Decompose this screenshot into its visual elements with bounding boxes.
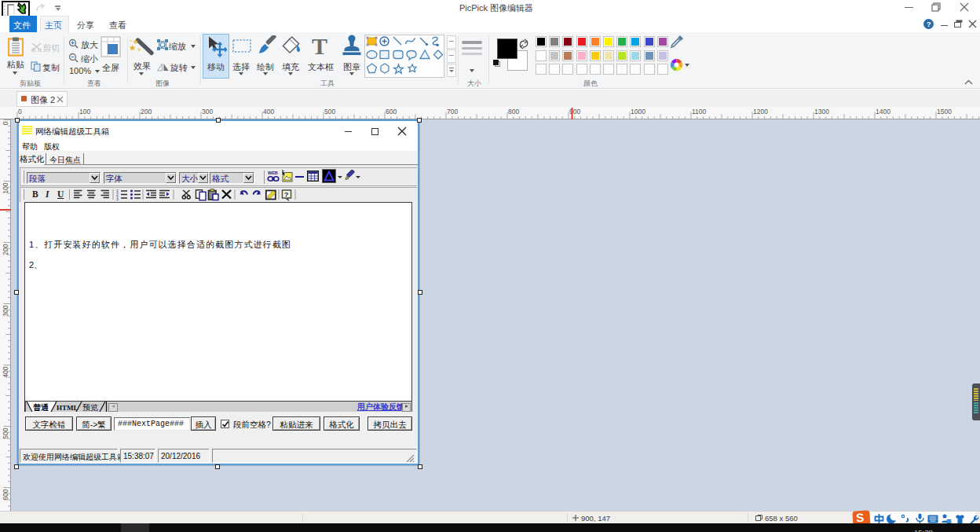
svg-text:300: 300 — [2, 305, 9, 316]
svg-text:100: 100 — [79, 108, 90, 116]
svg-text:1500: 1500 — [937, 108, 952, 116]
svg-text:600: 600 — [386, 108, 397, 116]
svg-text:WEB: WEB — [268, 171, 278, 175]
svg-text:0: 0 — [18, 108, 22, 116]
svg-text:1100: 1100 — [692, 108, 707, 116]
svg-text:300: 300 — [202, 108, 213, 116]
svg-text:500: 500 — [324, 108, 335, 116]
svg-text:3: 3 — [116, 196, 119, 201]
svg-text:200: 200 — [141, 108, 152, 116]
svg-text:1200: 1200 — [753, 108, 768, 116]
svg-text:900: 900 — [569, 108, 580, 116]
svg-text:700: 700 — [447, 108, 458, 116]
svg-text:1300: 1300 — [814, 108, 829, 116]
svg-text:400: 400 — [263, 108, 274, 116]
svg-text:400: 400 — [2, 366, 9, 377]
svg-text:100: 100 — [2, 182, 9, 193]
svg-text:?: ? — [284, 191, 289, 199]
svg-text:500: 500 — [2, 427, 9, 438]
svg-text:1400: 1400 — [876, 108, 890, 116]
svg-text:1000: 1000 — [631, 108, 645, 116]
svg-text:200: 200 — [2, 244, 9, 255]
svg-text:800: 800 — [508, 108, 519, 116]
svg-text:600: 600 — [2, 489, 9, 500]
svg-text:0: 0 — [2, 121, 9, 125]
